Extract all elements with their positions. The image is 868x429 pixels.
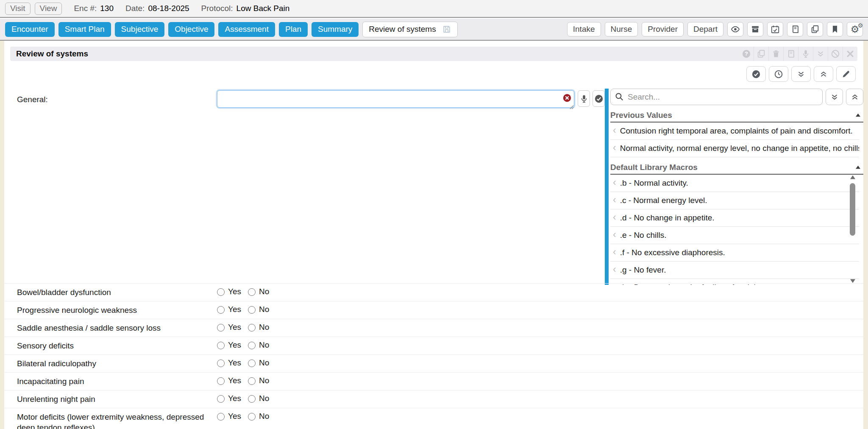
no-radio[interactable] [248,306,256,314]
no-radio[interactable] [248,288,256,296]
no-option[interactable]: No [248,358,269,368]
visit-button[interactable]: Visit [5,3,31,15]
list-item[interactable]: ‹.f - No excessive diaphoresis. [610,244,859,262]
yes-radio[interactable] [217,377,225,385]
list-item[interactable]: ‹.c - Normal energy level. [610,192,859,209]
archive-button[interactable] [747,22,763,36]
collapse-all-sections-button[interactable] [846,89,863,105]
yes-option[interactable]: Yes [217,323,241,332]
no-radio[interactable] [248,395,256,403]
yes-option[interactable]: Yes [217,305,241,314]
expand-all-sections-button[interactable] [826,89,843,105]
check-circle-button[interactable] [746,66,766,82]
settings-gears-button[interactable]: ⚙⚙ [847,22,863,36]
yes-option[interactable]: Yes [217,394,241,403]
list-item[interactable]: ‹Contusion right temporal area, complain… [610,123,859,140]
chevrons-down-icon [830,92,839,102]
yes-option[interactable]: Yes [217,287,241,296]
microphone-button[interactable] [798,47,813,61]
scroll-up-icon[interactable] [850,174,856,180]
no-option[interactable]: No [248,287,269,296]
nurse-button[interactable]: Nurse [605,22,638,36]
yes-radio[interactable] [217,395,225,403]
chevrons-down-button[interactable] [791,66,811,82]
copy-button[interactable] [807,22,823,36]
intake-button[interactable]: Intake [567,22,601,36]
depart-button[interactable]: Depart [687,22,723,36]
no-radio[interactable] [248,324,256,332]
list-item[interactable]: ‹Normal activity, normal energy level, n… [610,140,859,157]
yes-option[interactable]: Yes [217,358,241,368]
pencil-button[interactable] [836,66,856,82]
copy-button[interactable] [754,47,768,61]
general-input[interactable] [217,90,574,108]
help-button[interactable]: ? [739,47,754,61]
tab-summary[interactable]: Summary [312,22,359,37]
book-button[interactable] [787,22,803,36]
close-button[interactable] [843,47,857,61]
yes-option[interactable]: Yes [217,340,241,350]
no-radio[interactable] [248,359,256,367]
yes-radio[interactable] [217,413,225,421]
view-button[interactable]: View [35,3,62,15]
list-item[interactable]: ‹.b - Normal activity. [610,175,859,192]
trash-button[interactable] [768,47,783,61]
eye-button[interactable] [727,22,743,36]
chevron-left-icon: ‹ [613,230,616,240]
no-radio[interactable] [248,377,256,385]
yes-radio[interactable] [217,324,225,332]
tab-assessment[interactable]: Assessment [218,22,275,37]
chevron-left-icon: ‹ [613,125,616,135]
search-input[interactable] [610,89,823,105]
yes-radio[interactable] [217,342,225,349]
scrollbar-thumb[interactable] [850,183,855,236]
tab-review-of-systems[interactable]: Review of systems [362,22,457,37]
yes-option[interactable]: Yes [217,412,241,421]
tab-plan[interactable]: Plan [279,22,308,37]
no-option[interactable]: No [248,323,269,332]
no-option[interactable]: No [248,376,269,385]
clock-button[interactable] [769,66,788,82]
section-tabs: EncounterSmart PlanSubjectiveObjectiveAs… [5,22,458,37]
no-option[interactable]: No [248,412,269,421]
book-button[interactable] [783,47,798,61]
previous-values-header[interactable]: Previous Values [610,109,863,123]
no-option[interactable]: No [248,340,269,350]
yes-radio[interactable] [217,359,225,367]
macros-title: Default Library Macros [610,163,698,172]
tab-objective[interactable]: Objective [168,22,214,37]
tab-smart-plan[interactable]: Smart Plan [58,22,111,37]
yes-option[interactable]: Yes [217,376,241,385]
no-option[interactable]: No [248,394,269,403]
check-circle-icon [594,94,604,103]
bookmark-button[interactable] [827,22,843,36]
clear-icon[interactable] [563,94,571,102]
ban-button[interactable] [828,47,843,61]
provider-button[interactable]: Provider [642,22,684,36]
calendar-check-button[interactable] [767,22,783,36]
ros-question-row: Unrelenting night painYesNo [4,390,863,408]
confirm-button[interactable] [593,90,605,107]
list-item[interactable]: ‹.e - No chills. [610,227,859,244]
macro-scrollbar[interactable] [850,174,856,285]
answer-group: YesNo [217,376,269,385]
macro-list: ‹.b - Normal activity.‹.c - Normal energ… [610,175,863,285]
list-item[interactable]: ‹.g - No fever. [610,262,859,279]
tab-encounter[interactable]: Encounter [5,22,55,37]
red-flag-question-list: Bowel/bladder dysfunctionYesNoProgressiv… [4,283,863,429]
settings-gears-icon: ⚙⚙ [851,25,860,34]
chevrons-down-button[interactable] [813,47,828,61]
no-option[interactable]: No [248,305,269,314]
no-radio[interactable] [248,413,256,421]
tab-subjective[interactable]: Subjective [115,22,165,37]
no-radio[interactable] [248,342,256,349]
microphone-button[interactable] [578,90,590,107]
yes-label: Yes [228,305,241,314]
list-item-text: .c - Normal energy level. [620,196,707,205]
yes-radio[interactable] [217,306,225,314]
chevrons-up-button[interactable] [814,66,833,82]
macros-header[interactable]: Default Library Macros [610,161,863,175]
yes-radio[interactable] [217,288,225,296]
panel-title: Review of systems [10,49,88,58]
list-item[interactable]: ‹.d - No change in appetite. [610,209,859,227]
